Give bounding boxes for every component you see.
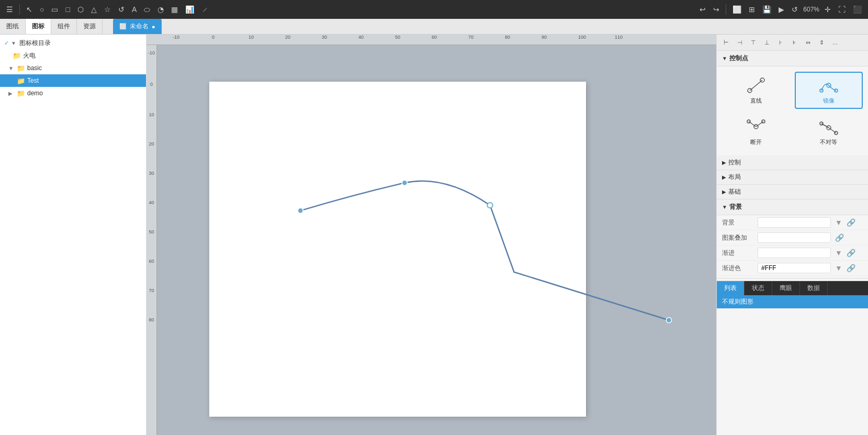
cp-section-header[interactable]: ▼ 控制点 [717, 51, 868, 66]
chart-tool-icon[interactable]: 📊 [183, 4, 196, 15]
demo-arrow: ▶ [8, 91, 15, 96]
align-toolbar: ⊢ ⊣ ⊤ ⊥ ⊦ ⊧ ⇔ ⇕ … [717, 35, 868, 51]
pill-tool-icon[interactable]: ⬭ [142, 4, 152, 16]
cp-asymm[interactable]: 不对等 [795, 113, 863, 150]
fullscreen-icon[interactable]: ⬛ [851, 4, 864, 15]
more-align-btn[interactable]: … [829, 37, 841, 48]
tri-tool-icon[interactable]: △ [89, 4, 99, 15]
tab-data[interactable]: 数据 [800, 281, 828, 295]
tab-status[interactable]: 状态 [745, 281, 772, 295]
cp-straight[interactable]: 直线 [722, 72, 791, 109]
prop-gradient-dropdown[interactable]: ▼ [835, 249, 842, 257]
align-vcenter-btn[interactable]: ⊦ [774, 37, 787, 48]
folder-icon-demo: 📁 [17, 90, 25, 97]
control-arrow: ▶ [722, 160, 726, 165]
align-hcenter-btn[interactable]: ⊣ [734, 37, 746, 48]
clock-tool-icon[interactable]: ◔ [155, 4, 166, 15]
cp-break-icon [746, 117, 766, 136]
prop-gradient-input[interactable] [758, 248, 831, 258]
dist-v-btn[interactable]: ⇕ [815, 37, 828, 48]
cp-break-label: 断开 [750, 138, 762, 146]
prop-gradient-color-input[interactable] [758, 263, 831, 273]
prop-gradient-color-link[interactable]: 🔗 [847, 264, 855, 272]
tab-tubiao[interactable]: 图标 [26, 19, 51, 34]
control-label: 控制 [728, 158, 741, 167]
canvas-inner[interactable] [157, 45, 716, 435]
align-right-btn[interactable]: ⊤ [747, 37, 760, 48]
rect-tool-icon[interactable]: ▭ [49, 4, 60, 15]
align-left-btn[interactable]: ⊢ [720, 37, 732, 48]
refresh-icon[interactable]: ↺ [790, 4, 800, 15]
prop-bg-dropdown[interactable]: ▼ [835, 218, 842, 227]
tab-zujian[interactable]: 组件 [51, 19, 77, 34]
prop-gradient-color-label: 渐进色 [722, 264, 753, 273]
select-rect-icon[interactable]: ⬜ [730, 4, 743, 15]
prop-gradient-color-dropdown[interactable]: ▼ [835, 264, 842, 272]
hex-tool-icon[interactable]: ⬡ [75, 4, 86, 15]
prop-pattern-link[interactable]: 🔗 [835, 233, 844, 242]
control-section[interactable]: ▶ 控制 [717, 155, 868, 170]
prop-gradient-link[interactable]: 🔗 [847, 249, 855, 257]
ruler-h-30: 30 [322, 35, 327, 40]
svg-line-9 [749, 121, 756, 127]
redo-button[interactable]: ↪ [711, 4, 722, 15]
ruler-h-60: 60 [432, 35, 437, 40]
folder-icon-test: 📁 [17, 77, 25, 85]
circle-tool-icon[interactable]: ○ [38, 4, 46, 15]
prop-gradient-label: 渐进 [722, 249, 753, 258]
ruler-h-40: 40 [358, 35, 364, 40]
expand-icon[interactable]: ⛶ [836, 4, 848, 15]
line-tool-icon[interactable]: ⟋ [199, 4, 211, 15]
menu-icon[interactable]: ☰ [4, 4, 15, 15]
align-top-btn[interactable]: ⊥ [761, 37, 773, 48]
list-item-irregular[interactable]: 不规则图形 [717, 295, 868, 309]
tree-item-test[interactable]: 📁 Test [0, 74, 146, 87]
layout-label: 布局 [728, 173, 741, 182]
active-doc-tab[interactable]: ⬜ 未命名 ● [113, 19, 162, 34]
play-icon[interactable]: ▶ [776, 4, 786, 15]
star-tool-icon[interactable]: ☆ [102, 4, 113, 15]
sep2 [726, 4, 726, 15]
rect2-tool-icon[interactable]: □ [63, 4, 72, 15]
align-bottom-btn[interactable]: ⊧ [788, 37, 801, 48]
cp-grid: 直线 镜像 [717, 66, 868, 155]
tab-tuzhi[interactable]: 图纸 [0, 19, 26, 34]
layout-section[interactable]: ▶ 布局 [717, 170, 868, 185]
zoom-plus-icon[interactable]: ✛ [822, 4, 833, 15]
cp-mirror[interactable]: 镜像 [795, 72, 863, 109]
toolbar-right: ↩ ↪ ⬜ ⊞ 💾 ▶ ↺ 607% ✛ ⛶ ⬛ [697, 4, 864, 15]
active-tab-label: 未命名 [130, 22, 149, 31]
save-icon[interactable]: 💾 [760, 4, 773, 15]
huodian-label: 火电 [23, 51, 36, 60]
page-background [209, 82, 586, 417]
canvas-area[interactable]: -10 0 10 20 30 40 50 60 70 80 90 100 110… [146, 35, 716, 435]
dist-h-btn[interactable]: ⇔ [802, 37, 814, 48]
basic-section[interactable]: ▶ 基础 [717, 185, 868, 199]
grid-icon[interactable]: ⊞ [747, 4, 757, 15]
prop-pattern-input[interactable] [758, 232, 831, 243]
demo-label: demo [27, 90, 43, 97]
text-tool-icon[interactable]: A [130, 4, 139, 15]
tree-item-demo[interactable]: ▶ 📁 demo [0, 87, 146, 99]
tree-item-basic[interactable]: ▼ 📁 basic [0, 62, 146, 74]
cp-break[interactable]: 断开 [722, 113, 791, 150]
cursor-icon[interactable]: ↖ [24, 4, 35, 15]
left-panel: ✓ ▼ 图标根目录 📁 火电 ▼ 📁 basic 📁 Test ▶ [0, 35, 146, 435]
prop-bg-link[interactable]: 🔗 [847, 218, 855, 227]
cp-asymm-icon [818, 117, 839, 136]
tab-ziyuan[interactable]: 资源 [77, 19, 103, 34]
tab-eagle[interactable]: 鹰眼 [772, 281, 800, 295]
tab-list[interactable]: 列表 [717, 281, 745, 295]
tree-item-root[interactable]: ✓ ▼ 图标根目录 [0, 37, 146, 49]
tree-item-huodian[interactable]: 📁 火电 [0, 49, 146, 62]
curve-tool-icon[interactable]: ↺ [116, 4, 127, 15]
bg-section-header[interactable]: ▼ 背景 [717, 199, 868, 215]
ruler-v-40: 40 [149, 200, 154, 205]
tab-status-label: 状态 [752, 284, 764, 292]
prop-bg-input[interactable] [758, 217, 831, 228]
bar-tool-icon[interactable]: ▦ [169, 4, 180, 15]
ruler-h-10: 10 [249, 35, 254, 40]
ruler-vertical: -10 0 10 20 30 40 50 60 70 80 [146, 45, 157, 435]
undo-button[interactable]: ↩ [697, 4, 708, 15]
tab-tuzhi-label: 图纸 [6, 22, 19, 31]
